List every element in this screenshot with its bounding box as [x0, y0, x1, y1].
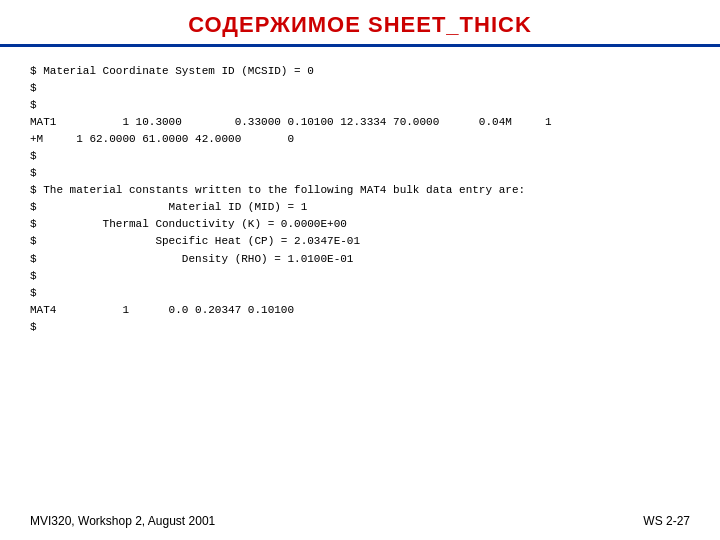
page-footer: MVI320, Workshop 2, August 2001 WS 2-27 [0, 514, 720, 528]
footer-right: WS 2-27 [643, 514, 690, 528]
page-header: СОДЕРЖИМОЕ SHEET_THICK [0, 0, 720, 47]
page-title: СОДЕРЖИМОЕ SHEET_THICK [188, 12, 532, 37]
code-block: $ Material Coordinate System ID (MCSID) … [30, 63, 690, 336]
page: СОДЕРЖИМОЕ SHEET_THICK $ Material Coordi… [0, 0, 720, 540]
content-area: $ Material Coordinate System ID (MCSID) … [0, 47, 720, 346]
footer-left: MVI320, Workshop 2, August 2001 [30, 514, 215, 528]
